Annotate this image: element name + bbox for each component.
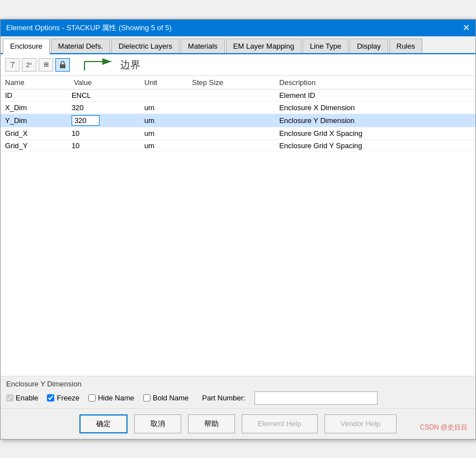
cell-description: Element ID (275, 89, 475, 101)
cell-step-size (187, 114, 275, 127)
second-button[interactable]: 2° (22, 58, 36, 72)
cell-name: Grid_Y (1, 139, 69, 152)
table-header-row: Name Value Unit Step Size Description (1, 76, 475, 89)
status-bar: Enclosure Y Dimension Enable Freeze Hide… (1, 376, 475, 408)
status-description: Enclosure Y Dimension (6, 380, 470, 388)
cell-value[interactable]: 10 (69, 139, 140, 152)
cell-step-size (187, 127, 275, 139)
cell-unit (140, 89, 187, 101)
border-label: 边界 (120, 58, 140, 72)
ok-button[interactable]: 确定 (79, 414, 128, 433)
close-button[interactable]: ✕ (463, 23, 470, 32)
col-description: Description (275, 76, 475, 89)
cell-description: Enclosure Grid Y Spacing (275, 139, 475, 152)
button-row: 确定 取消 帮助 Element Help Vendor Help (1, 408, 475, 439)
tab-materials[interactable]: Materials (181, 39, 225, 53)
hide-name-checkbox[interactable] (88, 394, 96, 402)
tab-line-type[interactable]: Line Type (303, 39, 348, 53)
hide-name-checkbox-label: Hide Name (88, 394, 134, 402)
cell-name: Y_Dim (1, 114, 69, 127)
cell-unit: um (140, 139, 187, 152)
cell-name: Grid_X (1, 127, 69, 139)
cell-value[interactable]: 10 (69, 127, 140, 139)
value-input[interactable] (72, 115, 100, 126)
spacer (1, 152, 475, 376)
enable-checkbox[interactable] (6, 394, 13, 402)
options-row: Enable Freeze Hide Name Bold Name Part N… (6, 391, 470, 405)
table-row[interactable]: Y_DimumEnclosure Y Dimension (1, 114, 475, 127)
cell-unit: um (140, 127, 187, 139)
help-button[interactable]: 帮助 (188, 414, 235, 433)
bold-name-label: Bold Name (153, 394, 188, 402)
cell-value[interactable]: ENCL (69, 89, 140, 101)
cell-step-size (187, 101, 275, 114)
cell-unit: um (140, 114, 187, 127)
element-help-button[interactable]: Element Help (242, 414, 318, 433)
svg-rect-0 (60, 64, 65, 68)
enable-checkbox-label: Enable (6, 394, 38, 402)
table-row[interactable]: Grid_Y10umEnclosure Grid Y Spacing (1, 139, 475, 152)
arrow-label: 边界 (83, 57, 140, 73)
part-number-input[interactable] (255, 391, 378, 405)
tab-dielectric-layers[interactable]: Dielectric Layers (111, 39, 180, 53)
col-unit: Unit (140, 76, 187, 89)
title-bar: Element Options - STACKUP 属性 (Showing 5 … (1, 20, 475, 36)
bold-name-checkbox-label: Bold Name (143, 394, 188, 402)
enable-label: Enable (16, 394, 38, 402)
tab-enclosure[interactable]: Enclosure (3, 39, 50, 54)
col-step-size: Step Size (187, 76, 275, 89)
cell-name: X_Dim (1, 101, 69, 114)
grid-button[interactable]: ⊞ (39, 58, 53, 72)
properties-table-container: Name Value Unit Step Size Description ID… (1, 76, 475, 152)
cell-description: Enclosure X Dimension (275, 101, 475, 114)
content-area: 了 2° ⊞ 边界 (1, 54, 475, 376)
freeze-checkbox[interactable] (47, 394, 54, 402)
vendor-help-button[interactable]: Vendor Help (324, 414, 397, 433)
tab-material-defs[interactable]: Material Defs. (51, 39, 110, 53)
cell-value[interactable] (69, 114, 140, 127)
freeze-label: Freeze (56, 394, 79, 402)
table-row[interactable]: Grid_X10umEnclosure Grid X Spacing (1, 127, 475, 139)
cell-step-size (187, 139, 275, 152)
properties-table: Name Value Unit Step Size Description ID… (1, 76, 475, 152)
cell-value[interactable]: 320 (69, 101, 140, 114)
cell-step-size (187, 89, 275, 101)
col-value: Value (69, 76, 140, 89)
table-row[interactable]: X_Dim320umEnclosure X Dimension (1, 101, 475, 114)
lock-button[interactable] (55, 58, 70, 72)
cell-name: ID (1, 89, 69, 101)
toolbar: 了 2° ⊞ 边界 (1, 54, 475, 76)
tab-rules[interactable]: Rules (389, 39, 422, 53)
cell-unit: um (140, 101, 187, 114)
dialog-title: Element Options - STACKUP 属性 (Showing 5 … (6, 23, 172, 33)
hide-name-label: Hide Name (98, 394, 134, 402)
cell-description: Enclosure Grid X Spacing (275, 127, 475, 139)
table-row[interactable]: IDENCLElement ID (1, 89, 475, 101)
freeze-checkbox-label: Freeze (47, 394, 79, 402)
tab-bar: EnclosureMaterial Defs.Dielectric Layers… (1, 36, 475, 54)
col-name: Name (1, 76, 69, 89)
cell-description: Enclosure Y Dimension (275, 114, 475, 127)
part-number-label: Part Number: (202, 394, 245, 402)
tab-display[interactable]: Display (350, 39, 388, 53)
cancel-button[interactable]: 取消 (134, 414, 181, 433)
bold-name-checkbox[interactable] (143, 394, 150, 402)
tab-em-layer-mapping[interactable]: EM Layer Mapping (226, 39, 301, 53)
filter-button[interactable]: 了 (5, 58, 20, 72)
